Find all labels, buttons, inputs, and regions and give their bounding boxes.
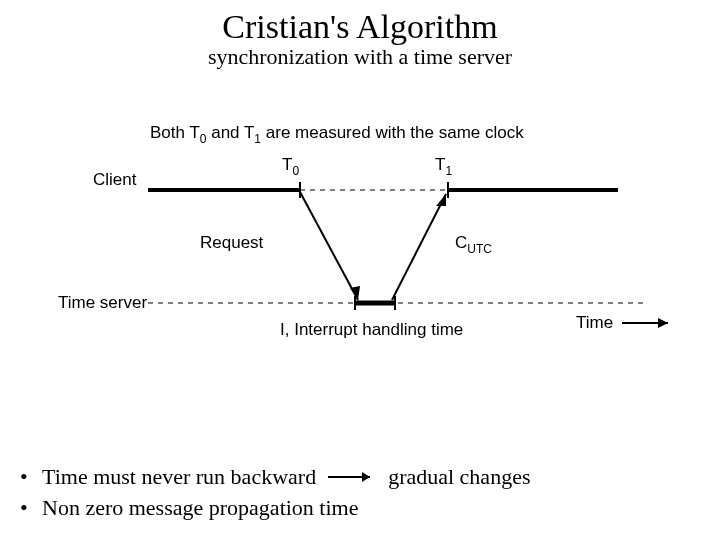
svg-marker-16 bbox=[362, 472, 370, 482]
svg-marker-14 bbox=[658, 318, 668, 328]
request-label: Request bbox=[200, 233, 264, 252]
client-label: Client bbox=[93, 170, 137, 189]
top-note: Both T0 and T1 are measured with the sam… bbox=[150, 123, 524, 146]
time-server-label: Time server bbox=[58, 293, 147, 312]
page-title: Cristian's Algorithm bbox=[0, 8, 720, 46]
cristian-diagram: Both T0 and T1 are measured with the sam… bbox=[0, 110, 720, 400]
bullet-1b-text: gradual changes bbox=[388, 462, 530, 493]
svg-line-5 bbox=[300, 192, 358, 300]
cutc-label: CUTC bbox=[455, 233, 492, 256]
page-subtitle: synchronization with a time server bbox=[0, 44, 720, 70]
t0-label: T0 bbox=[282, 155, 299, 178]
svg-line-7 bbox=[392, 194, 446, 300]
interrupt-label: I, Interrupt handling time bbox=[280, 320, 463, 339]
arrow-icon bbox=[322, 467, 382, 487]
bullets: • Time must never run backward gradual c… bbox=[20, 462, 530, 524]
bullet-1a-text: Time must never run backward bbox=[42, 462, 316, 493]
bullet-2: • Non zero message propagation time bbox=[20, 493, 530, 524]
bullet-1: • Time must never run backward gradual c… bbox=[20, 462, 530, 493]
bullet-2-text: Non zero message propagation time bbox=[42, 493, 358, 524]
time-axis-label: Time bbox=[576, 313, 613, 332]
svg-marker-8 bbox=[436, 194, 446, 206]
t1-label: T1 bbox=[435, 155, 452, 178]
